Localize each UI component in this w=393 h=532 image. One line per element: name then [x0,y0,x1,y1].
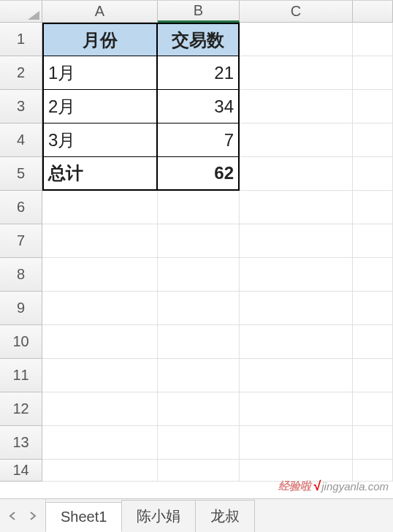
col-header-A[interactable]: A [42,1,158,23]
col-header-D[interactable] [353,1,393,23]
select-all-corner[interactable] [0,1,42,23]
row-header-4[interactable]: 4 [0,123,42,157]
cell-D12[interactable] [353,392,393,426]
cell-A13[interactable] [42,426,158,460]
cell-B13[interactable] [158,426,240,460]
cell-C13[interactable] [240,426,353,460]
cell-A7[interactable] [42,224,158,258]
tab-prev-button[interactable] [7,511,18,521]
cell-D13[interactable] [353,426,393,460]
row-header-7[interactable]: 7 [0,224,42,258]
cell-B9[interactable] [158,292,240,325]
row-header-10[interactable]: 10 [0,325,42,359]
cell-C11[interactable] [240,359,353,392]
cell-D8[interactable] [353,258,393,292]
cell-B10[interactable] [158,325,240,359]
cell-B11[interactable] [158,359,240,392]
cell-D2[interactable] [353,56,393,90]
cell-C14[interactable] [240,460,353,482]
row-header-5[interactable]: 5 [0,157,42,191]
tab-next-button[interactable] [28,511,38,521]
spreadsheet-grid[interactable]: A B C 1 月份 交易数 2 1月 21 3 2月 34 4 3月 7 5 … [0,0,393,498]
sheet-tab-sheet1[interactable]: Sheet1 [45,502,122,532]
row-header-8[interactable]: 8 [0,258,42,292]
cell-D11[interactable] [353,359,393,392]
col-header-B[interactable]: B [158,1,240,23]
cell-A1[interactable]: 月份 [42,23,158,56]
cell-C12[interactable] [240,392,353,426]
cell-D3[interactable] [353,90,393,123]
cell-C9[interactable] [240,292,353,325]
cell-D4[interactable] [353,123,393,157]
cell-C6[interactable] [240,191,353,224]
cell-C8[interactable] [240,258,353,292]
cell-A2[interactable]: 1月 [42,56,158,90]
cell-B2[interactable]: 21 [158,56,240,90]
cell-A4[interactable]: 3月 [42,123,158,157]
cell-C5[interactable] [240,157,353,191]
cell-B12[interactable] [158,392,240,426]
cell-A3[interactable]: 2月 [42,90,158,123]
row-header-6[interactable]: 6 [0,191,42,224]
chevron-left-icon [9,512,16,520]
cell-A12[interactable] [42,392,158,426]
row-header-13[interactable]: 13 [0,426,42,460]
cell-B4[interactable]: 7 [158,123,240,157]
cell-B6[interactable] [158,191,240,224]
row-header-12[interactable]: 12 [0,392,42,426]
cell-A11[interactable] [42,359,158,392]
cell-B8[interactable] [158,258,240,292]
cell-D9[interactable] [353,292,393,325]
row-header-11[interactable]: 11 [0,359,42,392]
cell-B14[interactable] [158,460,240,482]
row-header-2[interactable]: 2 [0,56,42,90]
cell-A14[interactable] [42,460,158,482]
cell-D6[interactable] [353,191,393,224]
cell-A8[interactable] [42,258,158,292]
cell-B5[interactable]: 62 [158,157,240,191]
cell-B3[interactable]: 34 [158,90,240,123]
row-header-3[interactable]: 3 [0,90,42,123]
sheet-tab-chenxiaojuan[interactable]: 陈小娟 [121,500,196,532]
cell-B1[interactable]: 交易数 [158,23,240,56]
cell-A6[interactable] [42,191,158,224]
chevron-right-icon [29,512,37,520]
row-header-9[interactable]: 9 [0,292,42,325]
cell-D14[interactable] [353,460,393,482]
cell-D10[interactable] [353,325,393,359]
cell-B7[interactable] [158,224,240,258]
sheet-tabs-list: Sheet1 陈小娟 龙叔 [46,499,255,532]
sheet-tab-bar: Sheet1 陈小娟 龙叔 [0,498,393,532]
cell-C1[interactable] [240,23,353,56]
row-header-14[interactable]: 14 [0,460,42,482]
cell-C10[interactable] [240,325,353,359]
col-header-C[interactable]: C [240,1,353,23]
cell-C4[interactable] [240,123,353,157]
cell-D5[interactable] [353,157,393,191]
cell-D1[interactable] [353,23,393,56]
cell-C3[interactable] [240,90,353,123]
cell-A10[interactable] [42,325,158,359]
tab-navigation [0,499,46,532]
cell-A9[interactable] [42,292,158,325]
cell-A5[interactable]: 总计 [42,157,158,191]
row-header-1[interactable]: 1 [0,23,42,56]
cell-C7[interactable] [240,224,353,258]
cell-D7[interactable] [353,224,393,258]
sheet-tab-longshu[interactable]: 龙叔 [195,500,255,532]
cell-C2[interactable] [240,56,353,90]
